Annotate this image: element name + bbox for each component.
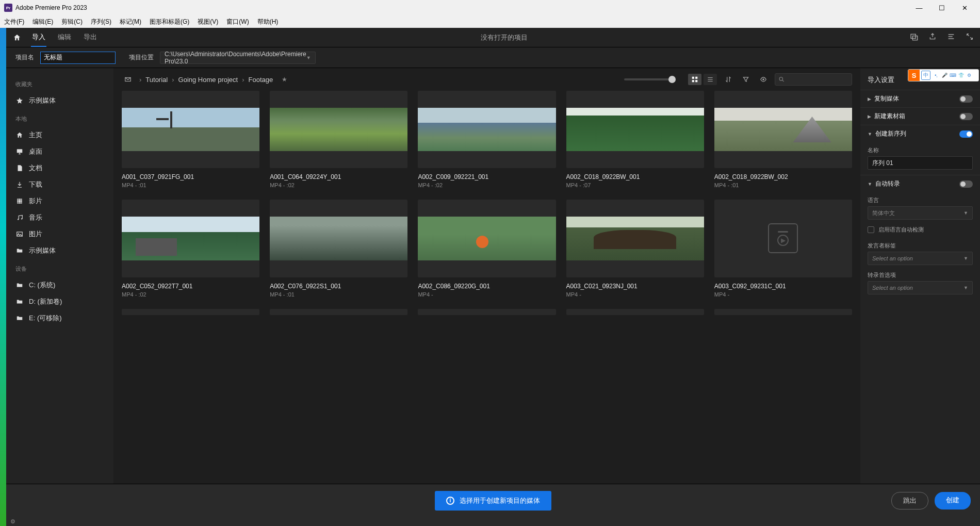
transcription-pref-select[interactable]: Select an option▼: [868, 281, 973, 294]
sidebar-item[interactable]: C: (系统): [6, 277, 113, 293]
clip-thumbnail[interactable]: [714, 309, 852, 315]
sidebar-item[interactable]: 下载: [6, 176, 113, 193]
maximize-panel-icon[interactable]: [966, 32, 976, 43]
clip-thumbnail[interactable]: [122, 200, 259, 277]
media-clip[interactable]: A002_C018_0922BW_002MP4 - :01: [714, 91, 852, 188]
clip-thumbnail[interactable]: [418, 309, 556, 315]
media-clip[interactable]: A003_C021_0923NJ_001MP4 -: [566, 200, 704, 297]
mail-icon[interactable]: [122, 73, 134, 86]
auto-transcribe-row[interactable]: ▼自动转录: [868, 179, 973, 188]
media-clip[interactable]: A001_C064_09224Y_001MP4 - :02: [270, 91, 407, 188]
ime-keyboard-icon[interactable]: ⌨: [949, 73, 957, 78]
skip-button[interactable]: 跳出: [891, 492, 928, 509]
auto-detect-checkbox[interactable]: 启用语言自动检测: [860, 222, 980, 238]
workspace-tab[interactable]: 导出: [83, 28, 98, 47]
sidebar-item[interactable]: 桌面: [6, 143, 113, 160]
copy-media-row[interactable]: ▶复制媒体: [868, 94, 973, 103]
sort-icon[interactable]: [722, 73, 734, 86]
clip-thumbnail[interactable]: [122, 309, 259, 315]
create-sequence-row[interactable]: ▼创建新序列: [868, 129, 973, 138]
media-clip[interactable]: [714, 309, 852, 315]
clip-thumbnail[interactable]: [270, 200, 407, 277]
sidebar-item[interactable]: 主页: [6, 127, 113, 143]
clip-thumbnail[interactable]: [418, 91, 556, 168]
window-close-button[interactable]: ✕: [957, 4, 972, 12]
media-clip[interactable]: A001_C037_0921FG_001MP4 - :01: [122, 91, 259, 188]
media-clip[interactable]: [566, 309, 704, 315]
workspace-tab[interactable]: 编辑: [57, 28, 72, 47]
copy-media-toggle[interactable]: [959, 95, 973, 103]
auto-transcribe-toggle[interactable]: [959, 180, 973, 188]
thumbnail-size-slider[interactable]: [624, 78, 676, 80]
clip-thumbnail[interactable]: [122, 91, 259, 168]
ime-voice-icon[interactable]: 🎤: [940, 73, 949, 78]
ime-skin-icon[interactable]: 👕: [957, 73, 965, 78]
window-minimize-button[interactable]: —: [912, 4, 926, 12]
ime-punct-icon[interactable]: •,: [932, 73, 940, 78]
media-clip[interactable]: A002_C086_09220G_001MP4 -: [418, 200, 556, 297]
menu-item[interactable]: 文件(F): [4, 18, 24, 26]
new-bin-toggle[interactable]: [959, 113, 973, 120]
workspace-tab[interactable]: 导入: [31, 28, 46, 47]
list-view-button[interactable]: [704, 74, 717, 85]
sidebar-item[interactable]: 音乐: [6, 209, 113, 226]
create-sequence-toggle[interactable]: [959, 130, 973, 138]
menu-item[interactable]: 帮助(H): [257, 18, 279, 26]
project-location-select[interactable]: C:\Users\Administrator\Documents\Adobe\P…: [160, 52, 316, 64]
quick-export-icon[interactable]: [910, 32, 920, 43]
search-box[interactable]: [775, 73, 852, 86]
speaker-select[interactable]: Select an option▼: [868, 252, 973, 265]
clip-thumbnail[interactable]: [270, 309, 407, 315]
favorite-star-icon[interactable]: ★: [278, 73, 290, 86]
menu-item[interactable]: 视图(V): [198, 18, 218, 26]
home-button[interactable]: [10, 31, 24, 44]
sidebar-item[interactable]: 示例媒体: [6, 92, 113, 109]
sidebar-item[interactable]: 图片: [6, 226, 113, 242]
menu-item[interactable]: 图形和标题(G): [150, 18, 189, 26]
menu-item[interactable]: 窗口(W): [226, 18, 249, 26]
language-select[interactable]: 简体中文▼: [868, 206, 973, 220]
gear-icon[interactable]: ⚙: [10, 518, 15, 525]
clip-thumbnail[interactable]: [566, 91, 704, 168]
sidebar-item[interactable]: 影片: [6, 193, 113, 209]
search-input[interactable]: [785, 76, 848, 83]
media-clip[interactable]: A002_C076_0922S1_001MP4 - :01: [270, 200, 407, 297]
clip-thumbnail[interactable]: [270, 91, 407, 168]
ime-toolbar[interactable]: S 中 •, 🎤 ⌨ 👕 ⚙: [908, 69, 979, 81]
media-clip[interactable]: [270, 309, 407, 315]
clip-thumbnail[interactable]: [714, 91, 852, 168]
breadcrumb-item[interactable]: Going Home project: [178, 76, 238, 84]
clip-thumbnail[interactable]: [566, 200, 704, 277]
media-clip[interactable]: [122, 309, 259, 315]
sequence-name-input[interactable]: [868, 156, 973, 170]
media-clip[interactable]: ▶A003_C092_09231C_001MP4 -: [714, 200, 852, 297]
project-name-input[interactable]: [40, 52, 116, 64]
menu-item[interactable]: 序列(S): [91, 18, 111, 26]
window-maximize-button[interactable]: ☐: [935, 4, 949, 12]
workspace-menu-icon[interactable]: [947, 32, 957, 43]
sidebar-item[interactable]: D: (新加卷): [6, 293, 113, 310]
clip-thumbnail[interactable]: [566, 309, 704, 315]
grid-view-button[interactable]: [688, 74, 701, 85]
breadcrumb-item[interactable]: Tutorial: [145, 76, 168, 84]
menu-item[interactable]: 标记(M): [120, 18, 141, 26]
clip-thumbnail[interactable]: [418, 200, 556, 277]
menu-item[interactable]: 编辑(E): [32, 18, 53, 26]
share-icon[interactable]: [928, 32, 939, 43]
media-clip[interactable]: A002_C052_0922T7_001MP4 - :02: [122, 200, 259, 297]
ime-lang-icon[interactable]: 中: [921, 71, 930, 80]
media-clip[interactable]: A002_C009_092221_001MP4 - :02: [418, 91, 556, 188]
create-button[interactable]: 创建: [935, 492, 971, 509]
new-bin-row[interactable]: ▶新建素材箱: [868, 112, 973, 121]
breadcrumb-item[interactable]: Footage: [249, 76, 273, 84]
media-clip[interactable]: [418, 309, 556, 315]
sidebar-item[interactable]: 示例媒体: [6, 242, 113, 259]
clip-thumbnail[interactable]: ▶: [714, 200, 852, 277]
sidebar-item[interactable]: E: (可移除): [6, 310, 113, 326]
sidebar-item[interactable]: 文档: [6, 160, 113, 176]
ime-tool-icon[interactable]: ⚙: [965, 73, 973, 78]
visibility-icon[interactable]: [757, 73, 770, 86]
media-clip[interactable]: A002_C018_0922BW_001MP4 - :07: [566, 91, 704, 188]
menu-item[interactable]: 剪辑(C): [61, 18, 83, 26]
filter-icon[interactable]: [740, 73, 752, 86]
